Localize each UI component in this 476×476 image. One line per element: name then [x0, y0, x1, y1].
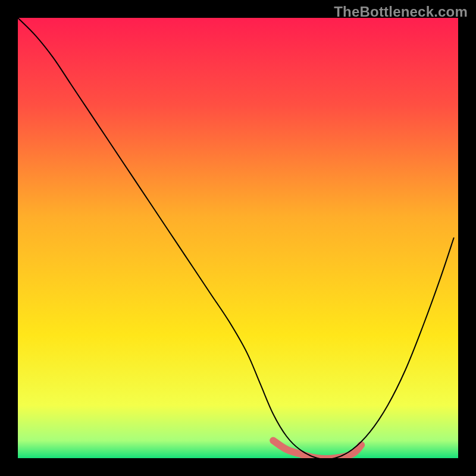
plot-area: [18, 18, 458, 458]
watermark-text: TheBottleneck.com: [334, 4, 468, 20]
chart-svg: [18, 18, 458, 458]
chart-stage: TheBottleneck.com: [0, 0, 476, 476]
gradient-background: [18, 18, 458, 458]
